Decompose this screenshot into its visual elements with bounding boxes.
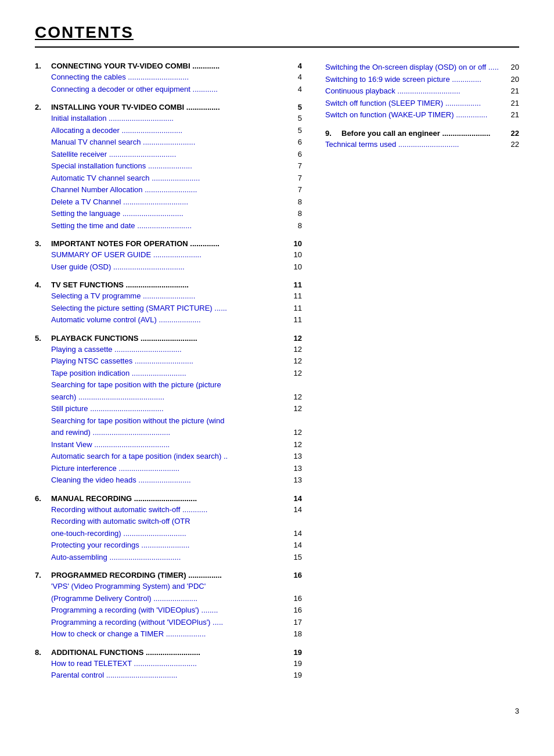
entry-page: 15 bbox=[285, 552, 302, 563]
toc-entry[interactable]: Protecting your recordings .............… bbox=[35, 539, 302, 551]
entry-page: 11 bbox=[285, 314, 302, 326]
section-title: ADDITIONAL FUNCTIONS ...................… bbox=[51, 648, 285, 657]
toc-entry[interactable]: Connecting the cables ..................… bbox=[35, 71, 302, 83]
entry-page: 12 bbox=[285, 403, 302, 415]
entry-text: Recording with automatic switch-off (OTR bbox=[51, 516, 285, 527]
toc-entry[interactable]: Switching to 16:9 wide screen picture ..… bbox=[325, 74, 519, 85]
toc-entry[interactable]: Setting the language ...................… bbox=[35, 208, 302, 219]
toc-entry[interactable]: Playing a cassette .....................… bbox=[35, 344, 302, 355]
toc-entry[interactable]: Programming a recording (with 'VIDEOplus… bbox=[35, 604, 302, 616]
entry-text: Automatic volume control (AVL) .........… bbox=[51, 314, 285, 326]
toc-entry[interactable]: SUMMARY OF USER GUIDE ..................… bbox=[35, 249, 302, 261]
section-header: 8.ADDITIONAL FUNCTIONS .................… bbox=[35, 648, 302, 657]
entry-text: Special installation functions .........… bbox=[51, 160, 285, 172]
toc-entry[interactable]: Technical terms used ...................… bbox=[325, 139, 519, 150]
toc-entry[interactable]: (Programme Delivery Control) ...........… bbox=[35, 593, 302, 604]
toc-entry[interactable]: and rewind) ............................… bbox=[35, 427, 302, 438]
entry-page: 22 bbox=[502, 139, 519, 150]
section-number: 7. bbox=[35, 571, 51, 579]
entry-page: 12 bbox=[285, 355, 302, 367]
toc-entry[interactable]: Selecting the picture setting (SMART PIC… bbox=[35, 303, 302, 314]
toc-entry[interactable]: Allocating a decoder ...................… bbox=[35, 125, 302, 136]
toc-section: 4.TV SET FUNCTIONS .....................… bbox=[35, 280, 302, 326]
toc-entry[interactable]: Automatic TV channel search ............… bbox=[35, 172, 302, 184]
toc-section: 8.ADDITIONAL FUNCTIONS .................… bbox=[35, 648, 302, 681]
toc-entry[interactable]: How to read TELETEXT ...................… bbox=[35, 658, 302, 669]
entry-page: 16 bbox=[285, 593, 302, 604]
toc-entry[interactable]: Recording without automatic switch-off .… bbox=[35, 504, 302, 516]
entry-page: 10 bbox=[285, 261, 302, 273]
entry-page bbox=[285, 581, 302, 592]
toc-entry[interactable]: Switch off function (SLEEP TIMER) ......… bbox=[325, 98, 519, 109]
entry-text: Manual TV channel search ...............… bbox=[51, 136, 285, 148]
section-number: 9. bbox=[325, 129, 341, 138]
entry-text: Setting the time and date ..............… bbox=[51, 220, 285, 232]
section-number: 1. bbox=[35, 62, 51, 70]
toc-entry[interactable]: Playing NTSC cassettes .................… bbox=[35, 355, 302, 367]
toc-entry[interactable]: Parental control .......................… bbox=[35, 669, 302, 681]
toc-entry[interactable]: one-touch-recording) ...................… bbox=[35, 528, 302, 539]
section-title: IMPORTANT NOTES FOR OPERATION ..........… bbox=[51, 239, 285, 248]
toc-entry[interactable]: Switching the On-screen display (OSD) on… bbox=[325, 62, 519, 73]
toc-entry[interactable]: Satellite receiver .....................… bbox=[35, 149, 302, 160]
toc-entry[interactable]: Selecting a TV programme ...............… bbox=[35, 290, 302, 302]
toc-entry[interactable]: Special installation functions .........… bbox=[35, 160, 302, 172]
toc-entry[interactable]: Switch on function (WAKE-UP TIMER) .....… bbox=[325, 109, 519, 121]
toc-entry[interactable]: Programming a recording (without 'VIDEOP… bbox=[35, 617, 302, 628]
toc-entry[interactable]: Picture interference ...................… bbox=[35, 463, 302, 474]
section-page: 22 bbox=[502, 129, 519, 138]
toc-entry[interactable]: Automatic volume control (AVL) .........… bbox=[35, 314, 302, 326]
entry-text: Programming a recording (without 'VIDEOP… bbox=[51, 617, 285, 628]
entry-page: 16 bbox=[285, 604, 302, 616]
entry-text: Searching for tape position with the pic… bbox=[51, 379, 285, 391]
toc-entry[interactable]: Connecting a decoder or other equipment … bbox=[35, 84, 302, 95]
toc-entry[interactable]: Recording with automatic switch-off (OTR bbox=[35, 516, 302, 527]
entry-text: Still picture ..........................… bbox=[51, 403, 285, 415]
section-page: 19 bbox=[285, 648, 302, 657]
toc-entry[interactable]: Instant View ...........................… bbox=[35, 439, 302, 451]
section-page: 10 bbox=[285, 239, 302, 248]
toc-entry[interactable]: Automatic search for a tape position (in… bbox=[35, 451, 302, 462]
section-header: 6.MANUAL RECORDING .....................… bbox=[35, 494, 302, 503]
entry-page: 18 bbox=[285, 628, 302, 640]
right-column: Switching the On-screen display (OSD) on… bbox=[325, 62, 519, 689]
section-header: 3.IMPORTANT NOTES FOR OPERATION ........… bbox=[35, 239, 302, 248]
entry-page: 20 bbox=[502, 74, 519, 85]
section-number: 4. bbox=[35, 280, 51, 289]
section-header: 4.TV SET FUNCTIONS .....................… bbox=[35, 280, 302, 289]
toc-entry[interactable]: Still picture ..........................… bbox=[35, 403, 302, 415]
toc-entry[interactable]: search) ................................… bbox=[35, 391, 302, 403]
toc-entry[interactable]: Continuous playback ....................… bbox=[325, 85, 519, 97]
entry-page: 13 bbox=[285, 474, 302, 486]
toc-section: 6.MANUAL RECORDING .....................… bbox=[35, 494, 302, 563]
entry-text: Auto-assembling ........................… bbox=[51, 552, 285, 563]
entry-text: Initial installation ...................… bbox=[51, 113, 285, 124]
toc-entry[interactable]: Auto-assembling ........................… bbox=[35, 552, 302, 563]
entry-text: Playing NTSC cassettes .................… bbox=[51, 355, 285, 367]
toc-section: 5.PLAYBACK FUNCTIONS ...................… bbox=[35, 334, 302, 486]
section-header: 9.Before you call an engineer ..........… bbox=[325, 129, 519, 138]
entry-text: and rewind) ............................… bbox=[51, 427, 285, 438]
section-number: 3. bbox=[35, 239, 51, 248]
toc-entry[interactable]: User guide (OSD) .......................… bbox=[35, 261, 302, 273]
entry-page: 8 bbox=[285, 196, 302, 208]
toc-entry[interactable]: Tape position indication ...............… bbox=[35, 368, 302, 379]
entry-text: How to read TELETEXT ...................… bbox=[51, 658, 285, 669]
entry-page bbox=[285, 379, 302, 391]
toc-entry[interactable]: Searching for tape position with the pic… bbox=[35, 379, 302, 391]
toc-entry[interactable]: How to check or change a TIMER .........… bbox=[35, 628, 302, 640]
toc-entry[interactable]: Delete a TV Channel ....................… bbox=[35, 196, 302, 208]
section-number: 6. bbox=[35, 494, 51, 503]
toc-entry[interactable]: 'VPS' (Video Programming System) and 'PD… bbox=[35, 581, 302, 592]
toc-entry[interactable]: Initial installation ...................… bbox=[35, 113, 302, 124]
toc-entry[interactable]: Searching for tape position without the … bbox=[35, 415, 302, 427]
toc-entry[interactable]: Cleaning the video heads ...............… bbox=[35, 474, 302, 486]
toc-entry[interactable]: Setting the time and date ..............… bbox=[35, 220, 302, 232]
section-title: PLAYBACK FUNCTIONS .....................… bbox=[51, 334, 285, 343]
entry-page: 10 bbox=[285, 249, 302, 261]
entry-text: Tape position indication ...............… bbox=[51, 368, 285, 379]
toc-entry[interactable]: Channel Number Allocation ..............… bbox=[35, 184, 302, 196]
entry-text: SUMMARY OF USER GUIDE ..................… bbox=[51, 249, 285, 261]
toc-entry[interactable]: Manual TV channel search ...............… bbox=[35, 136, 302, 148]
entry-text: How to check or change a TIMER .........… bbox=[51, 628, 285, 640]
